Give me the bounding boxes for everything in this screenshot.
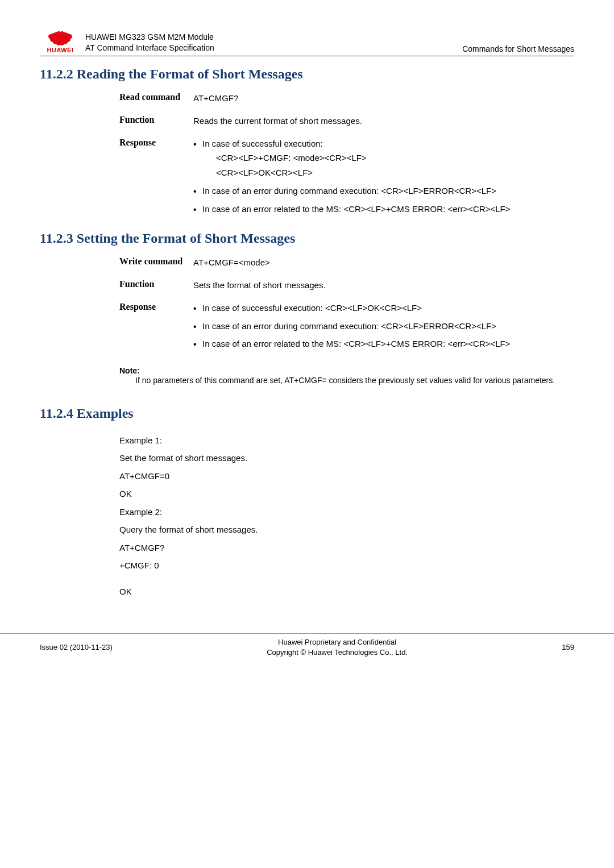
section-heading-1122: 11.2.2 Reading the Format of Short Messa…	[40, 67, 574, 82]
example-line: AT+CMGF=0	[119, 467, 574, 485]
resp-sub: <CR><LF>+CMGF: <mode><CR><LF>	[202, 152, 557, 164]
footer-proprietary: Huawei Proprietary and Confidential	[113, 637, 562, 647]
resp-text: In case of successful execution:	[202, 139, 323, 148]
header-titles: HUAWEI MG323 GSM M2M Module AT Command I…	[85, 32, 462, 53]
resp-item: In case of an error related to the MS: <…	[193, 203, 557, 215]
row-write-command: Write command AT+CMGF=<mode>	[119, 256, 557, 269]
label-read-command: Read command	[119, 92, 193, 105]
value-response-1122: In case of successful execution: <CR><LF…	[193, 138, 557, 221]
footer-page-number: 159	[562, 643, 614, 651]
label-write-command: Write command	[119, 256, 193, 269]
value-response-1123: In case of successful execution: <CR><LF…	[193, 302, 557, 356]
example-line: Query the format of short messages.	[119, 521, 574, 539]
header-title-2: AT Command Interface Specification	[85, 43, 462, 53]
example-line: +CMGF: 0	[119, 556, 574, 575]
resp-item: In case of an error during command execu…	[193, 320, 557, 333]
page-header: HUAWEI HUAWEI MG323 GSM M2M Module AT Co…	[40, 23, 574, 56]
definition-block-1123: Write command AT+CMGF=<mode> Function Se…	[119, 256, 557, 356]
label-function-1123: Function	[119, 279, 193, 292]
example-line: Example 2:	[119, 503, 574, 521]
value-function-1122: Reads the current format of short messag…	[193, 115, 557, 127]
label-response-1122: Response	[119, 138, 193, 221]
footer-issue: Issue 02 (2010-11-23)	[0, 643, 113, 651]
huawei-logo-text: HUAWEI	[47, 47, 74, 53]
row-function-1122: Function Reads the current format of sho…	[119, 115, 557, 127]
row-response-1122: Response In case of successful execution…	[119, 138, 557, 221]
value-function-1123: Sets the format of short messages.	[193, 279, 557, 292]
huawei-logo: HUAWEI	[40, 23, 81, 53]
footer-center: Huawei Proprietary and Confidential Copy…	[113, 637, 562, 657]
resp-text: In case of successful execution: <CR><LF…	[202, 303, 422, 313]
value-write-command: AT+CMGF=<mode>	[193, 256, 557, 269]
row-function-1123: Function Sets the format of short messag…	[119, 279, 557, 292]
page-footer: Issue 02 (2010-11-23) Huawei Proprietary…	[0, 633, 614, 657]
resp-item: In case of successful execution: <CR><LF…	[193, 302, 557, 314]
row-read-command: Read command AT+CMGF?	[119, 92, 557, 105]
section-heading-1124: 11.2.4 Examples	[40, 406, 574, 421]
resp-item: In case of an error during command execu…	[193, 185, 557, 197]
example-line: OK	[119, 583, 574, 601]
row-response-1123: Response In case of successful execution…	[119, 302, 557, 356]
resp-sub: <CR><LF>OK<CR><LF>	[202, 167, 557, 179]
label-function-1122: Function	[119, 115, 193, 127]
example-line: OK	[119, 485, 574, 503]
examples-block: Example 1: Set the format of short messa…	[119, 431, 574, 601]
resp-text: In case of an error related to the MS: <…	[202, 204, 511, 214]
example-line: AT+CMGF?	[119, 539, 574, 557]
example-line: Example 1:	[119, 431, 574, 450]
note-text: If no parameters of this command are set…	[135, 375, 557, 387]
note-label: Note:	[119, 366, 574, 375]
header-title-1: HUAWEI MG323 GSM M2M Module	[85, 32, 462, 43]
section-heading-1123: 11.2.3 Setting the Format of Short Messa…	[40, 231, 574, 246]
resp-text: In case of an error during command execu…	[202, 321, 496, 331]
resp-text: In case of an error during command execu…	[202, 186, 496, 196]
resp-item: In case of successful execution: <CR><LF…	[193, 138, 557, 179]
resp-item: In case of an error related to the MS: <…	[193, 338, 557, 350]
header-right: Commands for Short Messages	[462, 44, 574, 53]
label-response-1123: Response	[119, 302, 193, 356]
huawei-logo-icon	[47, 23, 74, 45]
footer-copyright: Copyright © Huawei Technologies Co., Ltd…	[113, 647, 562, 658]
page: HUAWEI HUAWEI MG323 GSM M2M Module AT Co…	[0, 0, 614, 617]
example-line: Set the format of short messages.	[119, 449, 574, 467]
resp-text: In case of an error related to the MS: <…	[202, 339, 511, 348]
value-read-command: AT+CMGF?	[193, 92, 557, 105]
definition-block-1122: Read command AT+CMGF? Function Reads the…	[119, 92, 557, 221]
